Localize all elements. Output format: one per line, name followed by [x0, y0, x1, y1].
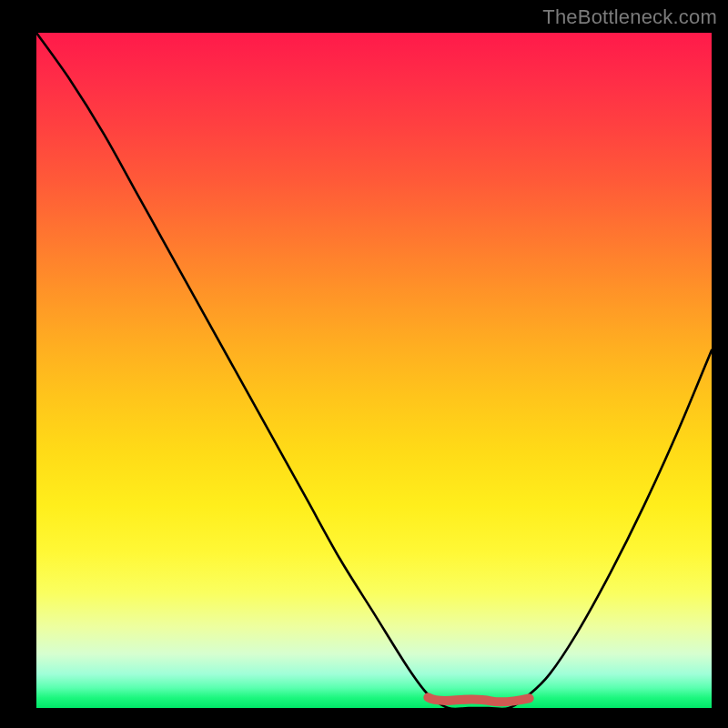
watermark-text: TheBottleneck.com [542, 5, 717, 29]
optimal-range-highlight [36, 33, 712, 708]
plot-area [36, 33, 712, 708]
chart-frame: TheBottleneck.com [0, 0, 728, 728]
